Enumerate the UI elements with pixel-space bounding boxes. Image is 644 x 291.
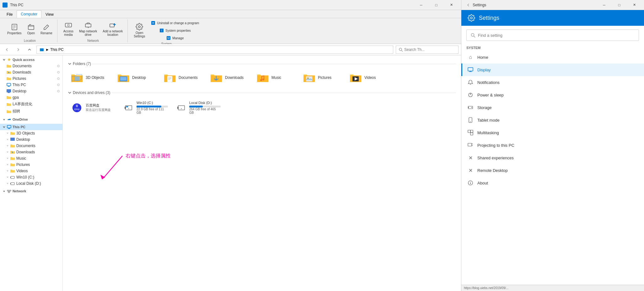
sidebar-network-header[interactable]: Network xyxy=(0,188,62,194)
forward-button[interactable] xyxy=(14,45,23,54)
sidebar-item-3dobjects[interactable]: 3D Objects xyxy=(0,130,62,136)
svg-rect-21 xyxy=(40,49,41,51)
tab-view[interactable]: View xyxy=(41,11,58,18)
sidebar-onedrive-header[interactable]: OneDrive xyxy=(0,116,62,123)
settings-nav-storage-label: Storage xyxy=(477,105,492,110)
settings-nav-multitasking[interactable]: Multitasking xyxy=(461,126,644,139)
settings-nav-display[interactable]: Display xyxy=(461,63,644,76)
sidebar-item-locald[interactable]: Local Disk (D:) xyxy=(0,180,62,187)
sidebar-item-desktop[interactable]: Desktop xyxy=(0,88,62,94)
svg-text:M: M xyxy=(168,36,170,40)
drive-baidu[interactable]: 百 度网盘 百度网盘 双击运行百度网盘 xyxy=(68,99,118,117)
sidebar-quick-access-header[interactable]: Quick access xyxy=(0,57,62,63)
pics2-folder-icon xyxy=(10,162,15,167)
expand-vids-icon xyxy=(6,170,9,172)
settings-system-label: System xyxy=(461,45,644,51)
sidebar-item-gpa[interactable]: gpa xyxy=(0,94,62,101)
collapse-drives-icon[interactable] xyxy=(68,91,72,95)
settings-nav-tablet[interactable]: Tablet mode xyxy=(461,114,644,126)
drive-win10c[interactable]: Win10 (C:) 22.9 GB free of 111 GB xyxy=(121,99,171,117)
system-properties-button[interactable]: i System properties xyxy=(148,27,201,34)
back-button[interactable] xyxy=(3,45,11,54)
baidu-name: 百度网盘 xyxy=(86,103,111,108)
sidebar-thispc-header[interactable]: This PC xyxy=(0,124,62,130)
sidebar-item-downloads[interactable]: Downloads xyxy=(0,69,62,75)
settings-nav-storage[interactable]: Storage xyxy=(461,101,644,114)
properties-icon xyxy=(11,23,18,31)
expand-network-icon xyxy=(3,189,6,193)
sidebar-item-videos[interactable]: Videos xyxy=(0,168,62,174)
settings-title-bar: Settings ─ □ ✕ xyxy=(461,0,644,10)
settings-nav-about-label: About xyxy=(477,181,488,185)
thispc-icon-qa xyxy=(6,83,11,87)
folder-documents[interactable]: Documents xyxy=(161,70,205,85)
properties-button[interactable]: Properties xyxy=(5,22,24,36)
drive-locald[interactable]: Local Disk (D:) 264 GB free of 465 GB xyxy=(173,99,223,117)
maximize-button[interactable]: □ xyxy=(429,0,443,10)
settings-minimize-button[interactable]: ─ xyxy=(597,0,611,10)
folder-desktop-label: Desktop xyxy=(132,75,146,80)
address-path[interactable]: ► This PC xyxy=(36,46,393,54)
settings-nav-power[interactable]: Power & sleep xyxy=(461,89,644,101)
collapse-folders-icon[interactable] xyxy=(68,62,72,66)
up-button[interactable] xyxy=(25,45,34,54)
settings-nav-home[interactable]: ⌂ Home xyxy=(461,51,644,63)
folders-section-header: Folders (7) xyxy=(68,62,456,66)
sidebar-item-music[interactable]: Music xyxy=(0,155,62,162)
folder-music-label: Music xyxy=(271,75,281,80)
sidebar-item-pictures[interactable]: Pictures xyxy=(0,75,62,82)
folder-pictures[interactable]: Pictures xyxy=(300,70,344,85)
sidebar-item-documents[interactable]: Documents xyxy=(0,63,62,69)
folder-videos[interactable]: Videos xyxy=(346,70,390,85)
sidebar-item-la[interactable]: LA界面优化 xyxy=(0,101,62,108)
svg-point-30 xyxy=(57,84,59,86)
open-button[interactable]: Open xyxy=(25,22,37,36)
folder-downloads[interactable]: Downloads xyxy=(207,70,251,85)
settings-search-box[interactable] xyxy=(466,30,639,41)
settings-back-button[interactable] xyxy=(464,1,473,9)
settings-search-input[interactable] xyxy=(478,33,635,38)
manage-button[interactable]: M Manage xyxy=(148,35,201,41)
sidebar-item-win10c[interactable]: Win10 (C:) xyxy=(0,174,62,180)
minimize-button[interactable]: ─ xyxy=(414,0,428,10)
add-network-location-button[interactable]: Add a networklocation xyxy=(100,20,125,37)
sidebar-item-downloads2[interactable]: Downloads xyxy=(0,149,62,155)
folders-section-label: Folders (7) xyxy=(73,62,91,66)
expand-music-icon xyxy=(6,157,9,160)
svg-rect-89 xyxy=(468,143,472,146)
sidebar-thispc-qa-label: This PC xyxy=(13,83,26,87)
settings-maximize-button[interactable]: □ xyxy=(612,0,626,10)
map-network-drive-button[interactable]: Map networkdrive xyxy=(77,20,99,37)
baidu-sublabel: 双击运行百度网盘 xyxy=(86,108,111,112)
search-input[interactable] xyxy=(404,47,456,52)
sidebar-item-desktop2[interactable]: Desktop xyxy=(0,136,62,143)
sidebar-item-documents2[interactable]: Documents xyxy=(0,143,62,149)
settings-nav-notifications[interactable]: Notifications xyxy=(461,76,644,89)
tab-file[interactable]: File xyxy=(3,11,17,18)
settings-nav-remote[interactable]: ✕ Remote Desktop xyxy=(461,164,644,177)
sidebar-locald-label: Local Disk (D:) xyxy=(16,181,41,186)
sidebar-item-thispc-qa[interactable]: This PC xyxy=(0,82,62,88)
settings-nav-about[interactable]: About xyxy=(461,177,644,189)
remote-nav-icon: ✕ xyxy=(467,167,474,173)
annotation-text: 右键点击，选择属性 xyxy=(126,153,171,159)
open-settings-button[interactable]: OpenSettings xyxy=(131,22,147,39)
win10c-info: Win10 (C:) 22.9 GB free of 111 GB xyxy=(137,101,168,114)
folder-music[interactable]: Music xyxy=(254,70,298,85)
settings-close-button[interactable]: ✕ xyxy=(627,0,641,10)
settings-nav-shared[interactable]: ✕ Shared experiences xyxy=(461,151,644,164)
tab-computer[interactable]: Computer xyxy=(17,10,41,18)
ribbon-group-location-items: Properties Open Rename xyxy=(5,19,55,38)
rename-label: Rename xyxy=(40,31,52,35)
uninstall-program-button[interactable]: Uninstall or change a program xyxy=(148,19,201,26)
close-button[interactable]: ✕ xyxy=(444,0,459,10)
sidebar-item-zhaopn[interactable]: 招聘 xyxy=(0,108,62,115)
settings-nav-projecting[interactable]: Projecting to this PC xyxy=(461,139,644,151)
sidebar-item-pictures2[interactable]: Pictures xyxy=(0,162,62,168)
rename-button[interactable]: Rename xyxy=(38,22,55,36)
access-media-button[interactable]: Accessmedia xyxy=(61,20,76,37)
manage-label: Manage xyxy=(172,36,184,40)
folder-3dobjects[interactable]: 3D Objects xyxy=(68,70,112,85)
folder-desktop[interactable]: Desktop xyxy=(114,70,158,85)
search-box[interactable] xyxy=(396,46,459,54)
